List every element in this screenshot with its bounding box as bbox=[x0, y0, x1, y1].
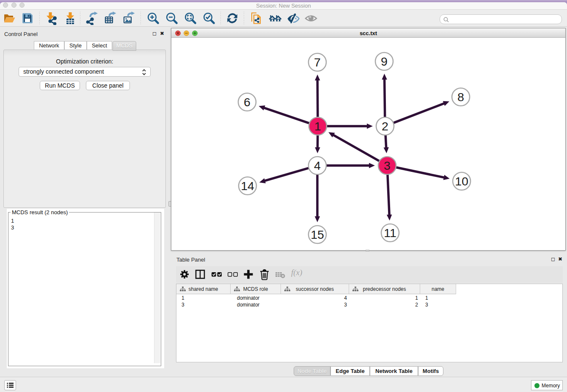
svg-text:9: 9 bbox=[381, 55, 388, 68]
svg-text:6: 6 bbox=[244, 95, 250, 109]
svg-text:4: 4 bbox=[314, 159, 321, 172]
svg-text:3: 3 bbox=[384, 159, 391, 172]
svg-text:8: 8 bbox=[457, 90, 464, 104]
svg-text:14: 14 bbox=[241, 179, 254, 193]
svg-text:1: 1 bbox=[314, 119, 321, 133]
svg-text:7: 7 bbox=[314, 55, 321, 69]
svg-text:11: 11 bbox=[384, 226, 396, 240]
svg-text:2: 2 bbox=[382, 119, 388, 133]
svg-text:10: 10 bbox=[455, 174, 468, 188]
svg-text:15: 15 bbox=[311, 228, 324, 241]
